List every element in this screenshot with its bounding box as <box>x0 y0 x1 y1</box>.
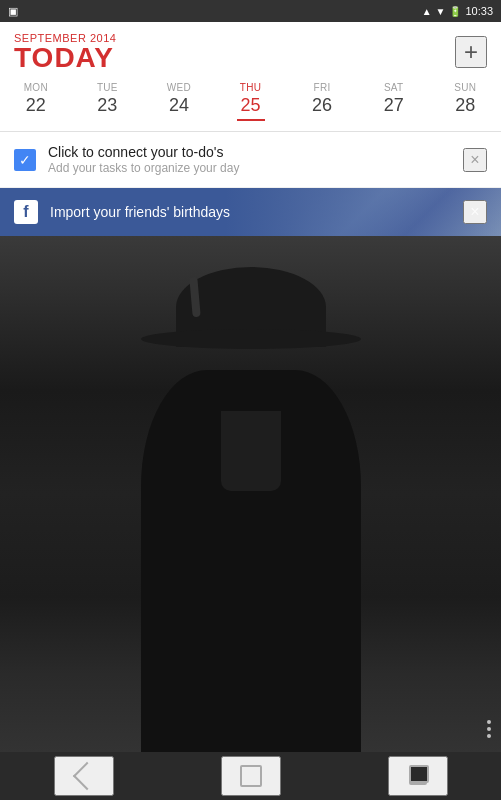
dot2 <box>487 727 491 731</box>
plus-icon: + <box>464 40 478 64</box>
day-col-wed[interactable]: WED 24 <box>143 82 215 121</box>
birthday-close-button[interactable]: × <box>463 200 487 224</box>
home-icon <box>240 765 262 787</box>
figure <box>111 236 391 752</box>
wifi-icon: ▼ <box>436 6 446 17</box>
status-right: ▲ ▼ 🔋 10:33 <box>422 5 493 17</box>
day-name-sat: SAT <box>384 82 404 93</box>
day-num-sat: 27 <box>384 95 404 116</box>
bottom-navigation <box>0 752 501 800</box>
recents-icon <box>409 767 427 785</box>
photo-content <box>0 236 501 752</box>
home-button[interactable] <box>221 756 281 796</box>
todo-card[interactable]: ✓ Click to connect your to-do's Add your… <box>0 132 501 188</box>
close-icon: × <box>470 203 479 221</box>
close-icon: × <box>470 151 479 169</box>
day-col-fri[interactable]: FRI 26 <box>286 82 358 121</box>
day-col-tue[interactable]: TUE 23 <box>72 82 144 121</box>
signal-icon: ▲ <box>422 6 432 17</box>
todo-title: Click to connect your to-do's <box>48 144 463 160</box>
todo-checkbox[interactable]: ✓ <box>14 149 36 171</box>
day-num-thu: 25 <box>241 95 261 116</box>
back-button[interactable] <box>54 756 114 796</box>
day-name-fri: FRI <box>314 82 331 93</box>
facebook-icon: f <box>14 200 38 224</box>
person-silhouette <box>0 236 501 752</box>
recents-button[interactable] <box>388 756 448 796</box>
app-container: SEPTEMBER 2014 TODAY + MON 22 TUE 23 WED… <box>0 22 501 752</box>
status-bar: ▣ ▲ ▼ 🔋 10:33 <box>0 0 501 22</box>
photo-area <box>0 236 501 752</box>
today-underline <box>237 119 265 121</box>
jacket-detail <box>221 411 281 491</box>
check-icon: ✓ <box>19 152 31 168</box>
day-col-sat[interactable]: SAT 27 <box>358 82 430 121</box>
todo-text-group: Click to connect your to-do's Add your t… <box>48 144 463 175</box>
day-name-mon: MON <box>24 82 48 93</box>
day-col-mon[interactable]: MON 22 <box>0 82 72 121</box>
dot3 <box>487 734 491 738</box>
day-num-wed: 24 <box>169 95 189 116</box>
hat-brim <box>141 329 361 349</box>
week-row: MON 22 TUE 23 WED 24 THU 25 FRI 26 SAT 2… <box>0 78 501 132</box>
more-options-button[interactable] <box>487 720 491 738</box>
add-event-button[interactable]: + <box>455 36 487 68</box>
todo-subtitle: Add your tasks to organize your day <box>48 161 463 175</box>
app-icon: ▣ <box>8 5 18 18</box>
today-label: TODAY <box>14 44 116 72</box>
dot1 <box>487 720 491 724</box>
birthday-text: Import your friends' birthdays <box>50 204 463 220</box>
time-display: 10:33 <box>465 5 493 17</box>
back-icon <box>72 762 100 790</box>
day-col-sun[interactable]: SUN 28 <box>429 82 501 121</box>
day-name-tue: TUE <box>97 82 118 93</box>
header-title-group: SEPTEMBER 2014 TODAY <box>14 32 116 72</box>
status-left: ▣ <box>8 5 18 18</box>
todo-close-button[interactable]: × <box>463 148 487 172</box>
notifications-area: ✓ Click to connect your to-do's Add your… <box>0 132 501 236</box>
day-col-thu[interactable]: THU 25 <box>215 82 287 121</box>
calendar-header: SEPTEMBER 2014 TODAY + <box>0 22 501 78</box>
day-name-thu: THU <box>240 82 261 93</box>
facebook-letter: f <box>23 203 28 221</box>
day-num-fri: 26 <box>312 95 332 116</box>
battery-icon: 🔋 <box>449 6 461 17</box>
day-num-mon: 22 <box>26 95 46 116</box>
day-num-tue: 23 <box>97 95 117 116</box>
day-name-wed: WED <box>167 82 191 93</box>
birthday-banner[interactable]: f Import your friends' birthdays × <box>0 188 501 236</box>
day-name-sun: SUN <box>454 82 476 93</box>
day-num-sun: 28 <box>455 95 475 116</box>
